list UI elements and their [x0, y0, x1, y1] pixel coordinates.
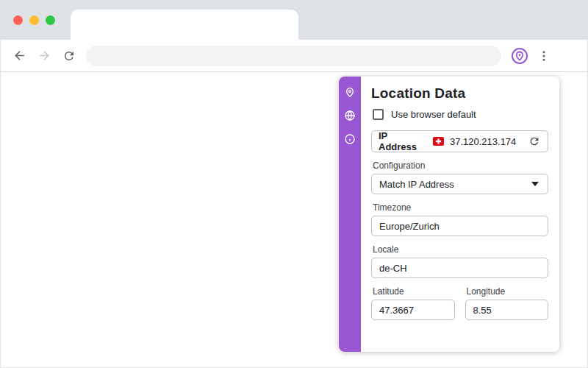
forward-button[interactable]: [32, 43, 57, 68]
latitude-value: 47.3667: [379, 305, 414, 316]
configuration-value: Match IP Address: [379, 179, 531, 190]
popup-content: Location Data Use browser default IP Add…: [361, 77, 559, 352]
reload-icon: [62, 49, 76, 63]
panel-title: Location Data: [371, 85, 548, 102]
minimize-window-button[interactable]: [29, 15, 39, 25]
timezone-input[interactable]: Europe/Zurich: [371, 216, 548, 236]
info-icon[interactable]: [344, 132, 356, 145]
ip-address-label: IP Address: [379, 130, 427, 152]
refresh-ip-icon[interactable]: [528, 135, 541, 148]
ip-address-value: 37.120.213.174: [450, 136, 516, 147]
lat-long-row: Latitude 47.3667 Longitude 8.55: [371, 278, 548, 320]
locale-label: Locale: [373, 244, 548, 255]
chevron-down-icon: [531, 182, 539, 186]
location-extension-logo-icon: [511, 47, 528, 65]
address-bar[interactable]: [86, 46, 501, 66]
close-window-button[interactable]: [13, 15, 23, 25]
timezone-value: Europe/Zurich: [379, 221, 440, 232]
globe-icon[interactable]: [344, 109, 356, 121]
location-pin-icon[interactable]: [344, 85, 356, 98]
latitude-input[interactable]: 47.3667: [371, 300, 455, 320]
swiss-flag-icon: [433, 137, 444, 146]
configuration-select[interactable]: Match IP Address: [371, 174, 548, 194]
reload-button[interactable]: [57, 43, 82, 68]
longitude-label: Longitude: [467, 286, 549, 297]
window-chrome: [1, 1, 587, 40]
use-browser-default-row[interactable]: Use browser default: [373, 109, 548, 120]
latitude-group: Latitude 47.3667: [371, 278, 455, 320]
timezone-group: Timezone Europe/Zurich: [371, 202, 548, 236]
arrow-right-icon: [37, 49, 51, 63]
location-data-popup: Location Data Use browser default IP Add…: [339, 77, 559, 352]
navigation-toolbar: [1, 40, 587, 72]
configuration-group: Configuration Match IP Address: [371, 160, 548, 194]
use-browser-default-checkbox[interactable]: [373, 109, 384, 120]
longitude-group: Longitude 8.55: [465, 278, 549, 320]
latitude-label: Latitude: [373, 286, 455, 297]
back-button[interactable]: [7, 43, 32, 68]
locale-value: de-CH: [379, 263, 407, 274]
extension-icon[interactable]: [509, 45, 531, 67]
locale-input[interactable]: de-CH: [371, 258, 548, 278]
browser-tab[interactable]: [71, 10, 298, 40]
arrow-left-icon: [12, 49, 26, 63]
timezone-label: Timezone: [373, 202, 548, 213]
traffic-lights: [13, 15, 55, 25]
maximize-window-button[interactable]: [46, 15, 55, 25]
locale-group: Locale de-CH: [371, 244, 548, 278]
vertical-dots-icon: [537, 49, 551, 63]
use-browser-default-label: Use browser default: [391, 109, 476, 120]
longitude-input[interactable]: 8.55: [465, 300, 549, 320]
longitude-value: 8.55: [473, 305, 492, 316]
ip-address-box: IP Address 37.120.213.174: [371, 130, 548, 152]
configuration-label: Configuration: [373, 160, 548, 171]
menu-icon[interactable]: [534, 46, 554, 66]
popup-sidebar: [339, 77, 361, 352]
browser-window: Location Data Use browser default IP Add…: [0, 0, 588, 368]
page-content: Location Data Use browser default IP Add…: [1, 73, 587, 368]
